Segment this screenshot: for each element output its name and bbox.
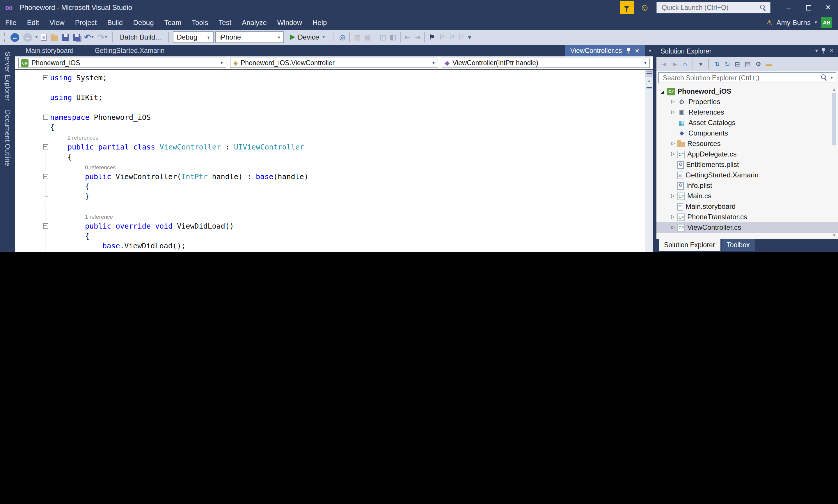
collapsed-arrow-icon[interactable]: ▷	[669, 215, 677, 219]
refresh-icon[interactable]: ↻	[724, 61, 731, 67]
user-avatar[interactable]: AB	[821, 17, 832, 28]
uncomment-icon[interactable]: ◧	[388, 34, 398, 41]
collapsed-arrow-icon[interactable]: ▷	[669, 152, 677, 157]
pin-icon[interactable]	[821, 48, 826, 54]
breakpoint-margin[interactable]	[15, 122, 41, 132]
solution-search-box[interactable]: ▾	[658, 72, 836, 83]
menu-build[interactable]: Build	[102, 15, 128, 30]
fold-collapse-icon[interactable]: −	[43, 144, 48, 149]
user-menu-caret-icon[interactable]: ▾	[815, 20, 817, 25]
minimize-button[interactable]: –	[779, 0, 799, 15]
quick-launch-box[interactable]	[656, 2, 770, 13]
breakpoint-margin[interactable]	[15, 112, 41, 122]
codelens-references[interactable]: 2 references	[50, 132, 99, 142]
side-tab-document-outline[interactable]: Document Outline	[4, 110, 11, 167]
redo-caret-icon[interactable]: ▾	[105, 35, 107, 39]
doc-tab-gettingstarted-xamarin[interactable]: GettingStarted.Xamarin	[89, 45, 170, 56]
codelens-text[interactable]: 2 references	[68, 134, 99, 141]
toolbar-grip[interactable]	[4, 33, 6, 42]
tree-item-phoneword-ios[interactable]: ◢C#Phoneword_iOS	[656, 86, 838, 96]
undo-button[interactable]: ↶▾	[83, 31, 95, 43]
close-panel-icon[interactable]: ✕	[830, 48, 834, 54]
properties-icon[interactable]: ⚙	[754, 61, 762, 67]
breakpoint-margin[interactable]	[15, 241, 41, 251]
collapsed-arrow-icon[interactable]: ▷	[669, 100, 677, 104]
fold-collapse-icon[interactable]: −	[43, 174, 48, 179]
doc-tab-main-storyboard[interactable]: Main.storyboard	[20, 45, 79, 56]
breakpoint-margin[interactable]	[15, 73, 41, 83]
tree-item-properties[interactable]: ▷⚙Properties	[656, 96, 838, 107]
active-doc-tab[interactable]: ViewController.cs ✕	[565, 45, 645, 56]
next-bookmark-icon[interactable]: ⚐	[447, 34, 457, 41]
menu-window[interactable]: Window	[272, 15, 307, 30]
pin-icon[interactable]	[626, 48, 630, 54]
toolbar-options-icon[interactable]: ▾	[466, 34, 473, 41]
sync-with-active-document-icon[interactable]: ⇅	[713, 61, 721, 67]
breakpoint-margin[interactable]	[15, 152, 41, 162]
show-error-list-icon[interactable]: ▤	[362, 34, 373, 41]
tree-item-appdelegate-cs[interactable]: ▷C#AppDelegate.cs	[656, 149, 838, 159]
combo-caret-icon[interactable]: ▾	[204, 32, 213, 42]
collapsed-arrow-icon[interactable]: ▷	[669, 141, 677, 146]
new-file-button[interactable]	[39, 31, 48, 43]
comment-out-icon[interactable]: ◫	[378, 34, 388, 41]
breakpoint-margin[interactable]	[15, 142, 41, 152]
codelens-references[interactable]: 1 reference	[50, 211, 113, 221]
combo-caret-icon[interactable]: ▾	[218, 60, 226, 66]
open-file-button[interactable]	[49, 31, 59, 43]
tree-item-components[interactable]: ◆Components	[656, 128, 838, 139]
breakpoint-margin[interactable]	[15, 251, 41, 252]
toggle-bookmark-icon[interactable]: ⚑	[427, 34, 437, 41]
codelens-text[interactable]: 0 references	[85, 164, 116, 170]
menu-test[interactable]: Test	[213, 15, 236, 30]
code-editor[interactable]: −using System;using UIKit;−namespace Pho…	[15, 70, 653, 252]
tree-item-entitlements-plist[interactable]: ⚙Entitlements.plist	[656, 159, 838, 170]
collapsed-arrow-icon[interactable]: ▷	[669, 110, 677, 114]
breakpoint-margin[interactable]	[15, 132, 41, 142]
navigate-forward-button[interactable]: →	[22, 31, 33, 43]
run-target-caret-icon[interactable]: ▾	[323, 35, 325, 39]
forward-icon[interactable]: ►	[671, 61, 680, 67]
feedback-smiley-icon[interactable]: ☺	[640, 3, 649, 12]
notifications-filter-icon[interactable]	[620, 1, 634, 14]
panel-tab-solution-explorer[interactable]: Solution Explorer	[659, 239, 720, 251]
menu-project[interactable]: Project	[70, 15, 102, 30]
fold-collapse-icon[interactable]: −	[43, 75, 48, 80]
tree-item-main-storyboard[interactable]: Main.storyboard	[656, 201, 838, 212]
tree-scroll-thumb[interactable]	[832, 93, 836, 145]
tree-item-phonetranslator-cs[interactable]: ▷C#PhoneTranslator.cs	[656, 212, 838, 222]
back-icon[interactable]: ◄	[660, 61, 668, 67]
show-output-window-icon[interactable]: ▥	[352, 34, 362, 41]
navigate-backward-button[interactable]: ←	[9, 31, 20, 43]
type-dropdown[interactable]: ◈ Phoneword_iOS.ViewController ▾	[230, 58, 438, 68]
menu-view[interactable]: View	[44, 15, 70, 30]
collapse-all-icon[interactable]: ⊟	[733, 61, 741, 67]
combo-caret-icon[interactable]: ▾	[274, 32, 283, 42]
menu-tools[interactable]: Tools	[186, 15, 213, 30]
undo-caret-icon[interactable]: ▾	[92, 35, 94, 39]
member-dropdown[interactable]: ◆ ViewController(IntPtr handle) ▾	[442, 58, 650, 68]
tree-item-info-plist[interactable]: ⚙Info.plist	[656, 180, 838, 191]
redo-button[interactable]: ↷▾	[96, 31, 109, 43]
tree-item-asset-catalogs[interactable]: ▦Asset Catalogs	[656, 118, 838, 128]
codelens-references[interactable]: 0 references	[50, 162, 116, 172]
show-all-files-icon[interactable]: ▤	[744, 61, 752, 67]
tree-item-gettingstarted-xamarin[interactable]: GettingStarted.Xamarin	[656, 170, 838, 180]
breakpoint-margin[interactable]	[15, 102, 41, 112]
tree-item-resources[interactable]: ▷Resources	[656, 139, 838, 149]
menu-file[interactable]: File	[0, 15, 22, 30]
quick-launch-input[interactable]	[660, 3, 760, 12]
solution-configurations-combo[interactable]: Debug▾	[173, 31, 213, 43]
side-tab-server-explorer[interactable]: Server Explorer	[4, 52, 11, 101]
menu-edit[interactable]: Edit	[22, 15, 44, 30]
search-options-caret-icon[interactable]: ▾	[831, 75, 833, 80]
close-tab-icon[interactable]: ✕	[635, 48, 640, 54]
combo-caret-icon[interactable]: ▾	[429, 60, 438, 66]
previous-bookmark-icon[interactable]: ⚐	[437, 34, 447, 41]
scroll-down-icon[interactable]: ▼	[831, 231, 838, 239]
doc-well-overflow-icon[interactable]: ▾	[649, 48, 651, 54]
user-name[interactable]: Amy Burns	[777, 18, 810, 26]
expanded-arrow-icon[interactable]: ◢	[659, 89, 666, 93]
save-all-button[interactable]	[72, 31, 81, 43]
close-button[interactable]: ✕	[818, 0, 838, 15]
